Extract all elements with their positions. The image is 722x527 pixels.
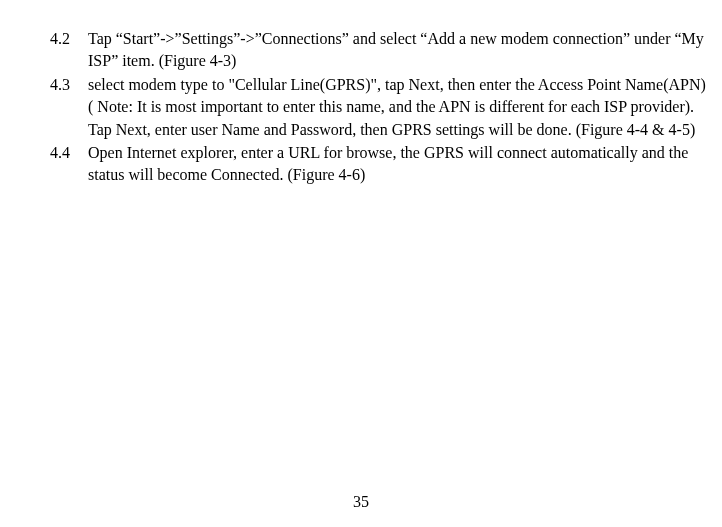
page-number: 35 <box>0 493 722 511</box>
item-number: 4.3 <box>50 74 88 141</box>
item-number: 4.4 <box>50 142 88 187</box>
numbered-list: 4.2 Tap “Start”->”Settings”->”Connection… <box>50 28 712 187</box>
item-number: 4.2 <box>50 28 88 73</box>
item-text: Tap “Start”->”Settings”->”Connections” a… <box>88 28 712 73</box>
item-text: select modem type to "Cellular Line(GPRS… <box>88 74 712 141</box>
list-item: 4.3 select modem type to "Cellular Line(… <box>50 74 712 141</box>
list-item: 4.2 Tap “Start”->”Settings”->”Connection… <box>50 28 712 73</box>
item-text: Open Internet explorer, enter a URL for … <box>88 142 712 187</box>
list-item: 4.4 Open Internet explorer, enter a URL … <box>50 142 712 187</box>
